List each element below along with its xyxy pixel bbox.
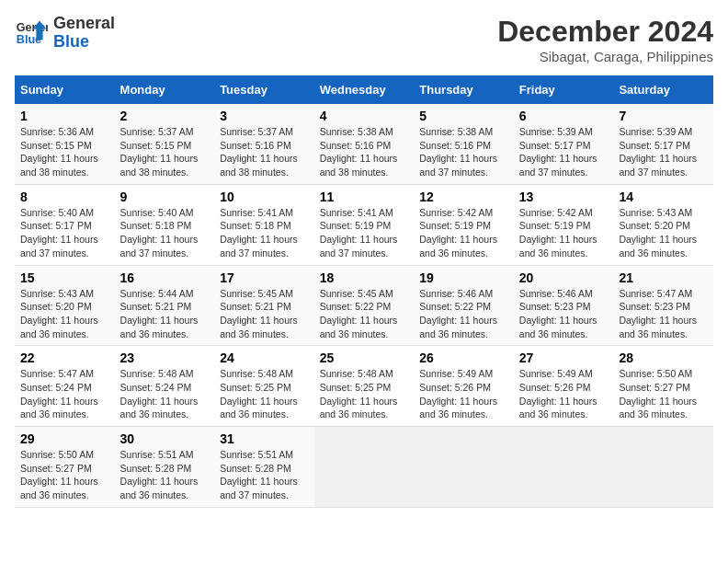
day-cell: 1Sunrise: 5:36 AMSunset: 5:15 PMDaylight… bbox=[15, 104, 115, 184]
day-number: 2 bbox=[120, 109, 210, 123]
day-cell: 26Sunrise: 5:49 AMSunset: 5:26 PMDayligh… bbox=[414, 346, 514, 427]
day-info: Sunrise: 5:47 AMSunset: 5:23 PMDaylight:… bbox=[619, 287, 708, 341]
day-cell bbox=[613, 427, 713, 508]
day-cell: 17Sunrise: 5:45 AMSunset: 5:21 PMDayligh… bbox=[214, 265, 314, 346]
day-info: Sunrise: 5:51 AMSunset: 5:28 PMDaylight:… bbox=[120, 448, 210, 502]
day-number: 31 bbox=[220, 431, 309, 446]
main-title: December 2024 bbox=[497, 15, 713, 49]
day-cell: 28Sunrise: 5:50 AMSunset: 5:27 PMDayligh… bbox=[613, 346, 713, 427]
day-cell: 19Sunrise: 5:46 AMSunset: 5:22 PMDayligh… bbox=[414, 265, 514, 346]
day-cell: 9Sunrise: 5:40 AMSunset: 5:18 PMDaylight… bbox=[115, 184, 215, 265]
logo-icon: General Blue bbox=[15, 17, 48, 50]
week-row-2: 8Sunrise: 5:40 AMSunset: 5:17 PMDaylight… bbox=[15, 184, 713, 265]
day-number: 17 bbox=[220, 270, 309, 285]
day-number: 29 bbox=[20, 431, 109, 446]
header-cell-monday: Monday bbox=[115, 75, 215, 104]
day-info: Sunrise: 5:37 AMSunset: 5:15 PMDaylight:… bbox=[120, 125, 210, 179]
day-cell: 7Sunrise: 5:39 AMSunset: 5:17 PMDaylight… bbox=[613, 104, 713, 184]
day-number: 13 bbox=[519, 190, 609, 204]
week-row-3: 15Sunrise: 5:43 AMSunset: 5:20 PMDayligh… bbox=[15, 265, 713, 346]
day-number: 20 bbox=[519, 270, 609, 285]
header-cell-thursday: Thursday bbox=[414, 75, 514, 104]
day-cell: 6Sunrise: 5:39 AMSunset: 5:17 PMDaylight… bbox=[514, 104, 614, 184]
day-cell: 25Sunrise: 5:48 AMSunset: 5:25 PMDayligh… bbox=[314, 346, 415, 427]
day-info: Sunrise: 5:49 AMSunset: 5:26 PMDaylight:… bbox=[419, 367, 508, 421]
week-row-5: 29Sunrise: 5:50 AMSunset: 5:27 PMDayligh… bbox=[15, 427, 713, 508]
day-info: Sunrise: 5:38 AMSunset: 5:16 PMDaylight:… bbox=[419, 125, 508, 179]
day-info: Sunrise: 5:45 AMSunset: 5:22 PMDaylight:… bbox=[320, 287, 409, 341]
day-number: 6 bbox=[519, 109, 609, 123]
day-info: Sunrise: 5:36 AMSunset: 5:15 PMDaylight:… bbox=[20, 125, 109, 179]
day-info: Sunrise: 5:45 AMSunset: 5:21 PMDaylight:… bbox=[220, 287, 309, 341]
day-info: Sunrise: 5:37 AMSunset: 5:16 PMDaylight:… bbox=[220, 125, 309, 179]
day-info: Sunrise: 5:39 AMSunset: 5:17 PMDaylight:… bbox=[519, 125, 609, 179]
day-number: 26 bbox=[419, 350, 508, 365]
day-info: Sunrise: 5:41 AMSunset: 5:18 PMDaylight:… bbox=[220, 206, 309, 260]
page-header: General Blue General Blue December 2024 … bbox=[15, 15, 713, 64]
day-cell: 20Sunrise: 5:46 AMSunset: 5:23 PMDayligh… bbox=[514, 265, 614, 346]
day-info: Sunrise: 5:47 AMSunset: 5:24 PMDaylight:… bbox=[20, 367, 109, 421]
day-cell: 15Sunrise: 5:43 AMSunset: 5:20 PMDayligh… bbox=[15, 265, 115, 346]
day-number: 28 bbox=[619, 350, 708, 365]
day-number: 16 bbox=[120, 270, 210, 285]
day-cell: 30Sunrise: 5:51 AMSunset: 5:28 PMDayligh… bbox=[115, 427, 215, 508]
day-number: 10 bbox=[220, 190, 309, 204]
day-info: Sunrise: 5:50 AMSunset: 5:27 PMDaylight:… bbox=[20, 448, 109, 502]
day-info: Sunrise: 5:40 AMSunset: 5:18 PMDaylight:… bbox=[120, 206, 210, 260]
day-cell: 29Sunrise: 5:50 AMSunset: 5:27 PMDayligh… bbox=[15, 427, 115, 508]
day-cell: 27Sunrise: 5:49 AMSunset: 5:26 PMDayligh… bbox=[514, 346, 614, 427]
day-info: Sunrise: 5:38 AMSunset: 5:16 PMDaylight:… bbox=[320, 125, 409, 179]
day-cell: 2Sunrise: 5:37 AMSunset: 5:15 PMDaylight… bbox=[115, 104, 215, 184]
day-number: 4 bbox=[320, 109, 409, 123]
day-info: Sunrise: 5:48 AMSunset: 5:25 PMDaylight:… bbox=[320, 367, 409, 421]
day-number: 14 bbox=[619, 190, 708, 204]
day-number: 3 bbox=[220, 109, 309, 123]
day-info: Sunrise: 5:39 AMSunset: 5:17 PMDaylight:… bbox=[619, 125, 708, 179]
day-info: Sunrise: 5:43 AMSunset: 5:20 PMDaylight:… bbox=[619, 206, 708, 260]
day-cell: 14Sunrise: 5:43 AMSunset: 5:20 PMDayligh… bbox=[613, 184, 713, 265]
day-number: 27 bbox=[519, 350, 609, 365]
subtitle: Sibagat, Caraga, Philippines bbox=[497, 49, 713, 64]
day-info: Sunrise: 5:40 AMSunset: 5:17 PMDaylight:… bbox=[20, 206, 109, 260]
day-number: 7 bbox=[619, 109, 708, 123]
day-cell: 3Sunrise: 5:37 AMSunset: 5:16 PMDaylight… bbox=[214, 104, 314, 184]
day-info: Sunrise: 5:46 AMSunset: 5:22 PMDaylight:… bbox=[419, 287, 508, 341]
day-info: Sunrise: 5:46 AMSunset: 5:23 PMDaylight:… bbox=[519, 287, 609, 341]
day-info: Sunrise: 5:42 AMSunset: 5:19 PMDaylight:… bbox=[519, 206, 609, 260]
day-info: Sunrise: 5:48 AMSunset: 5:24 PMDaylight:… bbox=[120, 367, 210, 421]
day-cell: 11Sunrise: 5:41 AMSunset: 5:19 PMDayligh… bbox=[314, 184, 415, 265]
day-cell: 13Sunrise: 5:42 AMSunset: 5:19 PMDayligh… bbox=[514, 184, 614, 265]
day-cell: 12Sunrise: 5:42 AMSunset: 5:19 PMDayligh… bbox=[414, 184, 514, 265]
week-row-4: 22Sunrise: 5:47 AMSunset: 5:24 PMDayligh… bbox=[15, 346, 713, 427]
header-cell-friday: Friday bbox=[514, 75, 614, 104]
logo: General Blue General Blue bbox=[15, 15, 115, 52]
day-number: 12 bbox=[419, 190, 508, 204]
day-number: 19 bbox=[419, 270, 508, 285]
day-number: 1 bbox=[20, 109, 109, 123]
day-info: Sunrise: 5:43 AMSunset: 5:20 PMDaylight:… bbox=[20, 287, 109, 341]
day-info: Sunrise: 5:50 AMSunset: 5:27 PMDaylight:… bbox=[619, 367, 708, 421]
day-info: Sunrise: 5:51 AMSunset: 5:28 PMDaylight:… bbox=[220, 448, 309, 502]
day-info: Sunrise: 5:49 AMSunset: 5:26 PMDaylight:… bbox=[519, 367, 609, 421]
day-cell bbox=[514, 427, 614, 508]
day-cell: 21Sunrise: 5:47 AMSunset: 5:23 PMDayligh… bbox=[613, 265, 713, 346]
day-number: 18 bbox=[320, 270, 409, 285]
calendar-body: 1Sunrise: 5:36 AMSunset: 5:15 PMDaylight… bbox=[15, 104, 713, 507]
day-number: 24 bbox=[220, 350, 309, 365]
day-info: Sunrise: 5:42 AMSunset: 5:19 PMDaylight:… bbox=[419, 206, 508, 260]
day-cell: 31Sunrise: 5:51 AMSunset: 5:28 PMDayligh… bbox=[214, 427, 314, 508]
day-cell: 24Sunrise: 5:48 AMSunset: 5:25 PMDayligh… bbox=[214, 346, 314, 427]
day-number: 22 bbox=[20, 350, 109, 365]
day-cell bbox=[414, 427, 514, 508]
header-cell-sunday: Sunday bbox=[15, 75, 115, 104]
day-cell: 10Sunrise: 5:41 AMSunset: 5:18 PMDayligh… bbox=[214, 184, 314, 265]
day-number: 11 bbox=[320, 190, 409, 204]
logo-text: General Blue bbox=[53, 15, 115, 52]
calendar-table: SundayMondayTuesdayWednesdayThursdayFrid… bbox=[15, 75, 713, 508]
day-cell: 23Sunrise: 5:48 AMSunset: 5:24 PMDayligh… bbox=[115, 346, 215, 427]
header-cell-saturday: Saturday bbox=[613, 75, 713, 104]
day-number: 15 bbox=[20, 270, 109, 285]
day-cell: 18Sunrise: 5:45 AMSunset: 5:22 PMDayligh… bbox=[314, 265, 415, 346]
calendar-header: SundayMondayTuesdayWednesdayThursdayFrid… bbox=[15, 75, 713, 104]
day-cell bbox=[314, 427, 415, 508]
